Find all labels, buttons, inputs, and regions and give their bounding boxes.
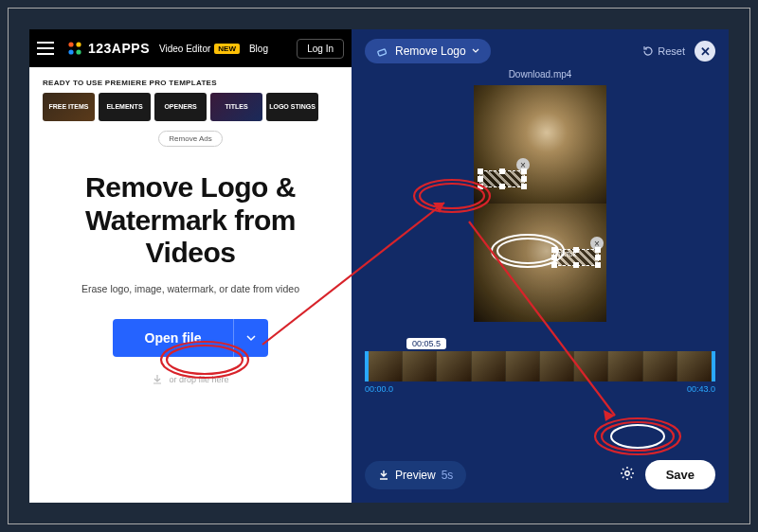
templates-section: READY TO USE PREMIERE PRO TEMPLATES FREE…	[29, 67, 352, 147]
nav-blog[interactable]: Blog	[249, 44, 268, 54]
editor-pane: Remove Logo Reset ✕ Download.mp4 ×	[352, 29, 729, 503]
top-nav: 123APPS Video Editor NEW Blog Log In	[29, 29, 352, 67]
selection-2-label: TikTok	[557, 251, 576, 257]
brand-dots-icon	[67, 41, 82, 56]
menu-icon[interactable]	[37, 38, 58, 59]
svg-rect-4	[378, 49, 387, 56]
close-button[interactable]: ✕	[695, 41, 715, 62]
download-icon	[152, 374, 163, 385]
timeline[interactable]	[365, 351, 715, 381]
preview-top-half: ×	[474, 85, 606, 204]
template-logo-stings[interactable]: LOGO STINGS	[266, 93, 318, 121]
open-file-label: Open file	[113, 319, 234, 357]
new-badge: NEW	[214, 44, 240, 54]
clip-time-badge: 00:05.5	[406, 338, 446, 349]
login-button[interactable]: Log In	[297, 39, 344, 59]
editor-bottom-bar: Preview 5s Save	[352, 447, 729, 503]
current-filename: Download.mp4	[352, 69, 729, 80]
preview-bottom-half: × TikTok	[474, 204, 606, 322]
templates-heading: READY TO USE PREMIERE PRO TEMPLATES	[43, 79, 338, 87]
template-free-items[interactable]: FREE ITEMS	[43, 93, 95, 121]
brand-text: 123APPS	[88, 41, 150, 56]
open-file-dropdown[interactable]	[233, 319, 268, 357]
close-icon: ✕	[700, 44, 711, 59]
drop-hint: or drop file here	[152, 374, 228, 385]
gear-icon	[619, 465, 636, 482]
template-elements[interactable]: ELEMENTS	[99, 93, 151, 121]
svg-point-3	[76, 49, 81, 54]
video-preview[interactable]: × × TikTok	[474, 85, 606, 322]
landing-pane: 123APPS Video Editor NEW Blog Log In REA…	[29, 29, 352, 503]
reset-icon	[642, 45, 654, 57]
selection-box-1[interactable]: ×	[479, 170, 525, 187]
svg-point-1	[76, 42, 81, 46]
caret-down-icon	[472, 47, 479, 55]
time-end: 00:43.0	[687, 384, 715, 394]
download-icon	[378, 470, 389, 481]
hero-subtitle: Erase logo, image, watermark, or date fr…	[81, 283, 299, 294]
svg-point-0	[68, 42, 73, 46]
editor-topbar: Remove Logo Reset ✕	[352, 29, 729, 73]
timeline-area: 00:05.5 00:00.0 00:43.0	[365, 333, 715, 394]
timeline-labels: 00:00.0 00:43.0	[365, 384, 715, 394]
selection-box-2[interactable]: × TikTok	[553, 249, 599, 266]
hero-title: Remove Logo & Watermark from Videos	[85, 171, 296, 270]
hero: Remove Logo & Watermark from Videos Eras…	[29, 147, 352, 503]
nav-video-editor[interactable]: Video Editor NEW	[159, 44, 240, 54]
reset-button[interactable]: Reset	[642, 45, 685, 57]
eraser-icon	[376, 44, 389, 58]
time-start: 00:00.0	[365, 384, 393, 394]
template-titles[interactable]: TITLES	[210, 93, 262, 121]
remove-logo-dropdown[interactable]: Remove Logo	[365, 39, 491, 63]
svg-point-5	[624, 470, 628, 474]
template-openers[interactable]: OPENERS	[154, 93, 207, 121]
brand-logo[interactable]: 123APPS	[67, 41, 150, 56]
svg-point-2	[68, 49, 73, 54]
chevron-down-icon	[245, 332, 257, 344]
preview-seconds: 5s	[442, 469, 454, 482]
remove-ads-button[interactable]: Remove Ads	[158, 131, 222, 147]
settings-button[interactable]	[619, 465, 636, 486]
templates-row: FREE ITEMS ELEMENTS OPENERS TITLES LOGO …	[43, 93, 338, 121]
save-button[interactable]: Save	[645, 460, 715, 489]
preview-button[interactable]: Preview 5s	[365, 461, 466, 489]
open-file-button[interactable]: Open file	[113, 319, 269, 357]
